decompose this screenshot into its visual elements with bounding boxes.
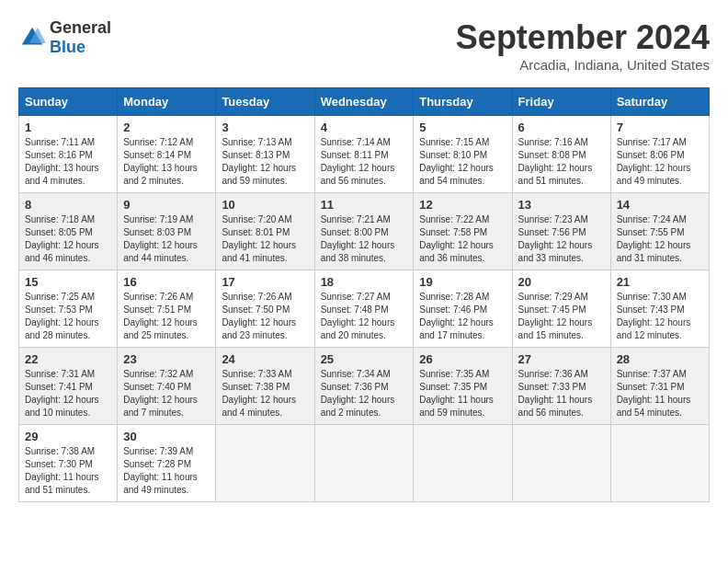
day-info: Sunrise: 7:33 AM Sunset: 7:38 PM Dayligh…: [222, 368, 308, 419]
month-title: September 2024: [456, 18, 710, 57]
day-number: 12: [419, 198, 506, 212]
day-number: 25: [321, 352, 408, 366]
table-row: 12 Sunrise: 7:22 AM Sunset: 7:58 PM Dayl…: [414, 193, 512, 270]
day-number: 21: [617, 275, 703, 289]
day-info: Sunrise: 7:29 AM Sunset: 7:45 PM Dayligh…: [518, 291, 605, 342]
table-row: 4 Sunrise: 7:14 AM Sunset: 8:11 PM Dayli…: [314, 116, 414, 193]
table-row: 7 Sunrise: 7:17 AM Sunset: 8:06 PM Dayli…: [610, 116, 709, 193]
col-friday: Friday: [512, 88, 610, 116]
day-number: 10: [222, 198, 308, 212]
day-info: Sunrise: 7:32 AM Sunset: 7:40 PM Dayligh…: [123, 368, 210, 419]
day-number: 22: [25, 352, 111, 366]
day-info: Sunrise: 7:36 AM Sunset: 7:33 PM Dayligh…: [518, 368, 605, 419]
day-info: Sunrise: 7:26 AM Sunset: 7:50 PM Dayligh…: [222, 291, 308, 342]
day-number: 16: [123, 275, 210, 289]
day-info: Sunrise: 7:25 AM Sunset: 7:53 PM Dayligh…: [25, 291, 111, 342]
day-info: Sunrise: 7:21 AM Sunset: 8:00 PM Dayligh…: [321, 213, 408, 265]
day-number: 26: [419, 352, 506, 366]
table-row: 24 Sunrise: 7:33 AM Sunset: 7:38 PM Dayl…: [216, 348, 314, 425]
calendar-week-row: 15 Sunrise: 7:25 AM Sunset: 7:53 PM Dayl…: [19, 270, 710, 348]
logo-general: General: [50, 18, 111, 37]
table-row: 16 Sunrise: 7:26 AM Sunset: 7:51 PM Dayl…: [118, 270, 216, 348]
day-info: Sunrise: 7:31 AM Sunset: 7:41 PM Dayligh…: [25, 368, 111, 419]
logo-text: General Blue: [50, 18, 111, 57]
table-row: [216, 425, 314, 502]
day-info: Sunrise: 7:13 AM Sunset: 8:13 PM Dayligh…: [222, 136, 308, 188]
calendar-week-row: 29 Sunrise: 7:38 AM Sunset: 7:30 PM Dayl…: [19, 425, 710, 502]
calendar-header-row: Sunday Monday Tuesday Wednesday Thursday…: [19, 88, 710, 116]
day-info: Sunrise: 7:23 AM Sunset: 7:56 PM Dayligh…: [518, 213, 605, 265]
table-row: 5 Sunrise: 7:15 AM Sunset: 8:10 PM Dayli…: [414, 116, 512, 193]
table-row: 18 Sunrise: 7:27 AM Sunset: 7:48 PM Dayl…: [314, 270, 414, 348]
table-row: 30 Sunrise: 7:39 AM Sunset: 7:28 PM Dayl…: [118, 425, 216, 502]
logo-icon: [18, 24, 46, 52]
day-info: Sunrise: 7:34 AM Sunset: 7:36 PM Dayligh…: [321, 368, 408, 419]
table-row: [512, 425, 610, 502]
table-row: 10 Sunrise: 7:20 AM Sunset: 8:01 PM Dayl…: [216, 193, 314, 270]
day-number: 15: [25, 275, 111, 289]
day-info: Sunrise: 7:15 AM Sunset: 8:10 PM Dayligh…: [419, 136, 506, 188]
page-header: General Blue September 2024 Arcadia, Ind…: [18, 18, 710, 73]
day-number: 14: [617, 198, 703, 212]
table-row: [314, 425, 414, 502]
day-number: 17: [222, 275, 308, 289]
day-number: 4: [321, 121, 408, 134]
day-number: 8: [25, 198, 111, 212]
day-number: 30: [123, 430, 210, 443]
col-monday: Monday: [118, 88, 216, 116]
day-info: Sunrise: 7:18 AM Sunset: 8:05 PM Dayligh…: [25, 213, 111, 265]
day-info: Sunrise: 7:27 AM Sunset: 7:48 PM Dayligh…: [321, 291, 408, 342]
day-number: 23: [123, 352, 210, 366]
table-row: 14 Sunrise: 7:24 AM Sunset: 7:55 PM Dayl…: [610, 193, 709, 270]
calendar-week-row: 1 Sunrise: 7:11 AM Sunset: 8:16 PM Dayli…: [19, 116, 710, 193]
table-row: 8 Sunrise: 7:18 AM Sunset: 8:05 PM Dayli…: [19, 193, 118, 270]
day-number: 3: [222, 121, 308, 134]
title-area: September 2024 Arcadia, Indiana, United …: [456, 18, 710, 73]
table-row: 19 Sunrise: 7:28 AM Sunset: 7:46 PM Dayl…: [414, 270, 512, 348]
day-info: Sunrise: 7:24 AM Sunset: 7:55 PM Dayligh…: [617, 213, 703, 265]
day-number: 5: [419, 121, 506, 134]
table-row: 26 Sunrise: 7:35 AM Sunset: 7:35 PM Dayl…: [414, 348, 512, 425]
col-saturday: Saturday: [610, 88, 709, 116]
logo-blue: Blue: [50, 38, 85, 56]
table-row: 28 Sunrise: 7:37 AM Sunset: 7:31 PM Dayl…: [610, 348, 709, 425]
table-row: 20 Sunrise: 7:29 AM Sunset: 7:45 PM Dayl…: [512, 270, 610, 348]
table-row: 2 Sunrise: 7:12 AM Sunset: 8:14 PM Dayli…: [118, 116, 216, 193]
day-number: 27: [518, 352, 605, 366]
day-info: Sunrise: 7:14 AM Sunset: 8:11 PM Dayligh…: [321, 136, 408, 188]
table-row: [414, 425, 512, 502]
day-number: 11: [321, 198, 408, 212]
day-info: Sunrise: 7:11 AM Sunset: 8:16 PM Dayligh…: [25, 136, 111, 188]
table-row: 21 Sunrise: 7:30 AM Sunset: 7:43 PM Dayl…: [610, 270, 709, 348]
table-row: [610, 425, 709, 502]
table-row: 17 Sunrise: 7:26 AM Sunset: 7:50 PM Dayl…: [216, 270, 314, 348]
day-number: 29: [25, 430, 111, 443]
col-tuesday: Tuesday: [216, 88, 314, 116]
day-info: Sunrise: 7:20 AM Sunset: 8:01 PM Dayligh…: [222, 213, 308, 265]
day-info: Sunrise: 7:39 AM Sunset: 7:28 PM Dayligh…: [123, 445, 210, 497]
day-info: Sunrise: 7:30 AM Sunset: 7:43 PM Dayligh…: [617, 291, 703, 342]
day-number: 1: [25, 121, 111, 134]
day-info: Sunrise: 7:19 AM Sunset: 8:03 PM Dayligh…: [123, 213, 210, 265]
day-number: 28: [617, 352, 703, 366]
location-title: Arcadia, Indiana, United States: [456, 57, 710, 73]
col-thursday: Thursday: [414, 88, 512, 116]
table-row: 22 Sunrise: 7:31 AM Sunset: 7:41 PM Dayl…: [19, 348, 118, 425]
col-wednesday: Wednesday: [314, 88, 414, 116]
day-number: 9: [123, 198, 210, 212]
table-row: 15 Sunrise: 7:25 AM Sunset: 7:53 PM Dayl…: [19, 270, 118, 348]
day-number: 13: [518, 198, 605, 212]
day-info: Sunrise: 7:37 AM Sunset: 7:31 PM Dayligh…: [617, 368, 703, 419]
day-info: Sunrise: 7:16 AM Sunset: 8:08 PM Dayligh…: [518, 136, 605, 188]
table-row: 9 Sunrise: 7:19 AM Sunset: 8:03 PM Dayli…: [118, 193, 216, 270]
day-number: 6: [518, 121, 605, 134]
day-info: Sunrise: 7:17 AM Sunset: 8:06 PM Dayligh…: [617, 136, 703, 188]
col-sunday: Sunday: [19, 88, 118, 116]
table-row: 29 Sunrise: 7:38 AM Sunset: 7:30 PM Dayl…: [19, 425, 118, 502]
table-row: 27 Sunrise: 7:36 AM Sunset: 7:33 PM Dayl…: [512, 348, 610, 425]
logo: General Blue: [18, 18, 111, 57]
day-number: 2: [123, 121, 210, 134]
table-row: 23 Sunrise: 7:32 AM Sunset: 7:40 PM Dayl…: [118, 348, 216, 425]
day-number: 20: [518, 275, 605, 289]
table-row: 1 Sunrise: 7:11 AM Sunset: 8:16 PM Dayli…: [19, 116, 118, 193]
